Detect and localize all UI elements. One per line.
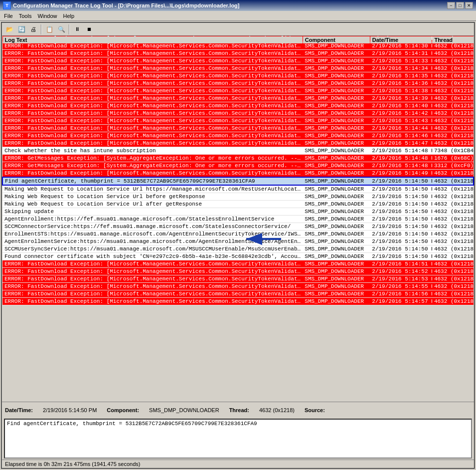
- cell-datetime: 2/19/2016 5:14:36 PM: [370, 80, 432, 87]
- open-button[interactable]: 📂: [4, 24, 15, 35]
- close-button[interactable]: ✕: [465, 2, 473, 9]
- cell-logtext: ERROR: FastDownload Exception: [Microsof…: [2, 268, 303, 275]
- menu-window[interactable]: Window: [34, 12, 60, 20]
- table-row[interactable]: ERROR: GetMessages Exception: [System.Ag…: [2, 162, 474, 170]
- pause-button[interactable]: ⏸: [72, 24, 83, 35]
- cell-datetime: 2/19/2016 5:14:56 PM: [370, 290, 432, 298]
- table-row[interactable]: Found connector certificate with subject…: [2, 253, 474, 260]
- cell-logtext: Find agentCertificate, thumbprint = 5312…: [2, 177, 303, 185]
- col-header-datetime[interactable]: Date/Time: [370, 36, 432, 43]
- print-button[interactable]: 🖨: [28, 24, 39, 35]
- table-row[interactable]: ERROR: FastDownload Exception: [Microsof…: [2, 57, 474, 65]
- table-row[interactable]: ERROR: FastDownload Exception: [Microsof…: [2, 102, 474, 110]
- cell-logtext: ERROR: FastDownload Exception: [Microsof…: [2, 298, 303, 305]
- table-row[interactable]: ERROR: FastDownload Exception: [Microsof…: [2, 140, 474, 147]
- log-table: Log Text Component Date/Time Thread ERRO…: [2, 36, 474, 305]
- cell-logtext: SCCMUserSyncService:https://msua01.manag…: [2, 245, 303, 253]
- cell-datetime: 2/19/2016 5:14:46 PM: [370, 132, 432, 140]
- menu-tools[interactable]: Tools: [16, 12, 35, 20]
- table-row[interactable]: AgentEnrollment:https://fef.msua01.manag…: [2, 216, 474, 223]
- cell-thread: 4632 (0x1218): [432, 245, 474, 253]
- cell-logtext: ERROR: FastDownload Exception: [Microsof…: [2, 57, 303, 65]
- toolbar-separator-2: [69, 24, 70, 34]
- cell-component: SMS_DMP_DOWNLOADER: [303, 87, 370, 95]
- table-row[interactable]: Making Web Request to Location Service U…: [2, 193, 474, 201]
- cell-logtext: ERROR: FastDownload Exception: [Microsof…: [2, 290, 303, 298]
- table-row[interactable]: ERROR: FastDownload Exception: [Microsof…: [2, 87, 474, 95]
- table-row[interactable]: ERROR: FastDownload Exception: [Microsof…: [2, 275, 474, 283]
- cell-datetime: 2/19/2016 5:14:50 PM: [370, 185, 432, 193]
- table-row[interactable]: ERROR: FastDownload Exception: [Microsof…: [2, 50, 474, 57]
- cell-thread: 4632 (0x1218): [432, 231, 474, 238]
- stop-button[interactable]: ⏹: [84, 24, 95, 35]
- cell-logtext: Making Web Request to Location Service U…: [2, 193, 303, 201]
- toolbar-separator-1: [41, 24, 42, 34]
- minimize-button[interactable]: −: [447, 2, 455, 9]
- maximize-button[interactable]: □: [456, 2, 464, 9]
- table-row[interactable]: SCCMUserSyncService:https://msua01.manag…: [2, 245, 474, 253]
- cell-component: SMS_DMP_DOWNLOADER: [303, 208, 370, 216]
- table-row[interactable]: ERROR: FastDownload Exception: [Microsof…: [2, 95, 474, 102]
- cell-thread: 4632 (0x1218): [432, 290, 474, 298]
- table-row[interactable]: Skipping updateSMS_DMP_DOWNLOADER2/19/20…: [2, 208, 474, 216]
- status-thread-label: Thread:: [229, 407, 249, 413]
- cell-component: SMS_DMP_DOWNLOADER: [303, 162, 370, 170]
- cell-logtext: ERROR: FastDownload Exception: [Microsof…: [2, 140, 303, 147]
- menu-file[interactable]: File: [1, 12, 16, 20]
- cell-thread: 4632 (0x1218): [432, 268, 474, 275]
- cell-logtext: ERROR: FastDownload Exception: [Microsof…: [2, 102, 303, 110]
- table-row[interactable]: ERROR: FastDownload Exception: [Microsof…: [2, 65, 474, 72]
- table-row[interactable]: ERROR: FastDownload Exception: [Microsof…: [2, 80, 474, 87]
- col-header-thread[interactable]: Thread: [432, 36, 474, 43]
- cell-logtext: ERROR: FastDownload Exception: [Microsof…: [2, 260, 303, 268]
- table-row[interactable]: ERROR: FastDownload Exception: [Microsof…: [2, 72, 474, 80]
- cell-logtext: ERROR: FastDownload Exception: [Microsof…: [2, 117, 303, 125]
- cell-logtext: Found connector certificate with subject…: [2, 253, 303, 260]
- cell-logtext: ERROR: FastDownload Exception: [Microsof…: [2, 283, 303, 290]
- cell-component: SMS_DMP_DOWNLOADER: [303, 125, 370, 132]
- table-row[interactable]: ERROR: GetMessages Exception: [System.Ag…: [2, 155, 474, 162]
- table-row[interactable]: Making Web Request to Location Service U…: [2, 201, 474, 208]
- cell-thread: 4632 (0x1218): [432, 80, 474, 87]
- detail-text-area[interactable]: Find agentCertificate, thumbprint = 5312…: [4, 419, 472, 459]
- table-row[interactable]: ERROR: FastDownload Exception: [Microsof…: [2, 260, 474, 268]
- cell-logtext: ERROR: FastDownload Exception: [Microsof…: [2, 110, 303, 117]
- status-component-value: SMS_DMP_DOWNLOADER: [149, 407, 219, 413]
- table-row[interactable]: ERROR: FastDownload Exception: [Microsof…: [2, 298, 474, 305]
- table-row[interactable]: ERROR: FastDownload Exception: [Microsof…: [2, 290, 474, 298]
- table-row[interactable]: ERROR: FastDownload Exception: [Microsof…: [2, 268, 474, 275]
- cell-datetime: 2/19/2016 5:14:50 PM: [370, 208, 432, 216]
- table-row[interactable]: AgentEnrollmentService:https://msua01.ma…: [2, 238, 474, 245]
- log-scroll-wrapper: Log Text Component Date/Time Thread ERRO…: [2, 36, 474, 402]
- table-row[interactable]: ERROR: FastDownload Exception: [Microsof…: [2, 117, 474, 125]
- table-row[interactable]: SCCMConnectorService:https://fef.msua01.…: [2, 223, 474, 231]
- menu-help[interactable]: Help: [60, 12, 78, 20]
- table-row[interactable]: ERROR: FastDownload Exception: [Microsof…: [2, 132, 474, 140]
- table-row[interactable]: ERROR: FastDownload Exception: [Microsof…: [2, 110, 474, 117]
- elapsed-bar: Elapsed time is 0h 32m 21s 475ms (1941.4…: [2, 460, 474, 468]
- table-row[interactable]: ERROR: FastDownload Exception: [Microsof…: [2, 125, 474, 132]
- cell-logtext: ERROR: FastDownload Exception: [Microsof…: [2, 170, 303, 178]
- table-row[interactable]: Making Web Request to Location Service U…: [2, 185, 474, 193]
- refresh-button[interactable]: 🔄: [16, 24, 27, 35]
- cell-component: SMS_DMP_DOWNLOADER: [303, 177, 370, 185]
- table-row[interactable]: EnrollmentSTS:https://msua01.manage.micr…: [2, 231, 474, 238]
- cell-thread: 4632 (0x1218): [432, 238, 474, 245]
- table-row[interactable]: Find agentCertificate, thumbprint = 5312…: [2, 177, 474, 185]
- cell-component: SMS_DMP_DOWNLOADER: [303, 260, 370, 268]
- find-button[interactable]: 🔍: [56, 24, 67, 35]
- col-header-component[interactable]: Component: [303, 36, 370, 43]
- cell-component: SMS_DMP_DOWNLOADER: [303, 170, 370, 178]
- status-bar: Date/Time: 2/19/2016 5:14:50 PM Componen…: [2, 402, 474, 418]
- log-scroll-area[interactable]: Log Text Component Date/Time Thread ERRO…: [2, 36, 474, 305]
- col-header-logtext[interactable]: Log Text: [2, 36, 303, 43]
- cell-thread: 4632 (0x1218): [432, 216, 474, 223]
- table-row[interactable]: ERROR: FastDownload Exception: [Microsof…: [2, 283, 474, 290]
- table-row[interactable]: Check whether the site has intune subscr…: [2, 147, 474, 155]
- cell-logtext: ERROR: FastDownload Exception: [Microsof…: [2, 65, 303, 72]
- table-row[interactable]: ERROR: FastDownload Exception: [Microsof…: [2, 170, 474, 178]
- copy-button[interactable]: 📋: [44, 24, 55, 35]
- cell-thread: 4632 (0x1218): [432, 72, 474, 80]
- cell-thread: 4632 (0x1218): [432, 193, 474, 201]
- cell-datetime: 2/19/2016 5:14:44 PM: [370, 125, 432, 132]
